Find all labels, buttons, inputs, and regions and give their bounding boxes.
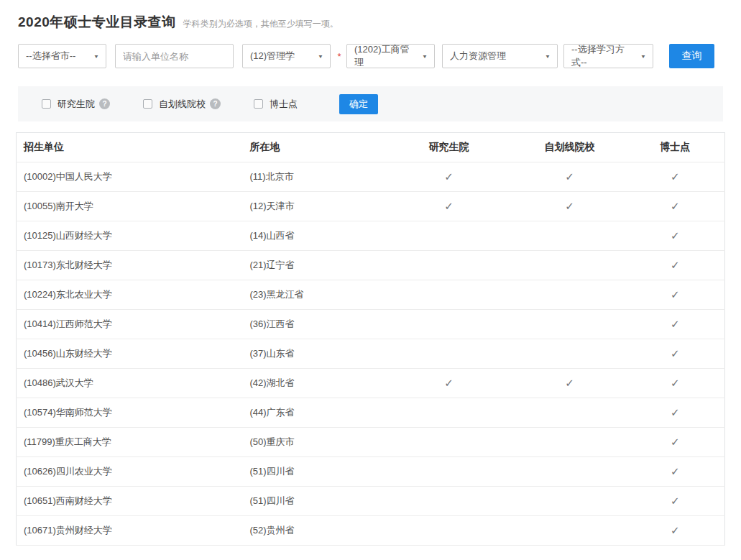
table-row: (10574)华南师范大学(44)广东省✓ [17, 398, 725, 428]
table-row: (10224)东北农业大学(23)黑龙江省✓ [17, 280, 725, 310]
doctoral-check-cell: ✓ [626, 310, 725, 339]
doctoral-checkbox[interactable] [254, 99, 263, 109]
grad-school-check-cell [385, 221, 514, 251]
chevron-down-icon: ▼ [93, 53, 99, 59]
table-row: (10173)东北财经大学(21)辽宁省✓ [17, 251, 725, 280]
help-icon[interactable]: ? [99, 98, 110, 109]
location-cell: (51)四川省 [243, 487, 385, 516]
confirm-button[interactable]: 确定 [339, 94, 378, 114]
self-line-option: 自划线院校 ? [143, 98, 221, 111]
major-select[interactable]: 人力资源管理 ▼ [442, 44, 558, 68]
page-subtitle: 学科类别为必选项，其他至少填写一项。 [183, 18, 339, 30]
check-icon: ✓ [671, 288, 680, 300]
check-icon: ✓ [671, 318, 680, 330]
unit-cell: (11799)重庆工商大学 [17, 428, 243, 457]
chevron-down-icon: ▼ [422, 53, 428, 59]
study-mode-select[interactable]: --选择学习方式-- ▼ [563, 44, 653, 68]
unit-cell: (10626)四川农业大学 [17, 457, 243, 487]
study-mode-select-value: --选择学习方式-- [571, 43, 635, 69]
location-cell: (21)辽宁省 [243, 251, 385, 280]
results-table: 招生单位 所在地 研究生院 自划线院校 博士点 (10002)中国人民大学(11… [16, 132, 725, 546]
doctoral-option: 博士点 [254, 98, 298, 111]
self-line-check-cell [514, 339, 626, 369]
unit-cell: (10002)中国人民大学 [17, 162, 243, 192]
self-line-check-cell [514, 457, 626, 487]
unit-cell: (10414)江西师范大学 [17, 310, 243, 339]
search-button[interactable]: 查询 [669, 44, 714, 68]
province-select-value: --选择省市-- [26, 50, 75, 63]
chevron-down-icon: ▼ [640, 53, 646, 59]
check-icon: ✓ [671, 524, 680, 536]
doctoral-check-cell: ✓ [626, 280, 725, 310]
location-cell: (37)山东省 [243, 339, 385, 369]
unit-cell: (10224)东北农业大学 [17, 280, 243, 310]
location-cell: (36)江西省 [243, 310, 385, 339]
grad-school-label: 研究生院 [57, 98, 95, 111]
grad-school-check-cell [385, 280, 514, 310]
unit-cell: (10671)贵州财经大学 [17, 516, 243, 546]
table-row: (10671)贵州财经大学(52)贵州省✓ [17, 516, 725, 546]
table-row: (10486)武汉大学(42)湖北省✓✓✓ [17, 369, 725, 398]
doctoral-check-cell: ✓ [626, 516, 725, 546]
results-table-body: (10002)中国人民大学(11)北京市✓✓✓(10055)南开大学(12)天津… [17, 162, 725, 546]
grad-school-check-cell [385, 339, 514, 369]
doctoral-check-cell: ✓ [626, 251, 725, 280]
doctoral-check-cell: ✓ [626, 162, 725, 192]
check-icon: ✓ [671, 259, 680, 271]
unit-cell: (10055)南开大学 [17, 192, 243, 221]
check-icon: ✓ [444, 170, 454, 183]
chevron-down-icon: ▼ [318, 53, 323, 59]
grad-school-check-cell [385, 251, 514, 280]
filter-bar: --选择省市-- ▼ (12)管理学 ▼ * (1202)工商管理 ▼ 人力资源… [18, 44, 741, 68]
category-select[interactable]: (1202)工商管理 ▼ [346, 44, 435, 68]
check-icon: ✓ [671, 465, 680, 477]
help-icon[interactable]: ? [210, 98, 221, 109]
self-line-check-cell [514, 221, 626, 251]
table-row: (10626)四川农业大学(51)四川省✓ [17, 457, 725, 487]
doctoral-label: 博士点 [270, 98, 298, 111]
self-line-check-cell: ✓ [514, 369, 626, 398]
grad-school-option: 研究生院 ? [42, 98, 110, 111]
unit-cell: (10651)西南财经大学 [17, 487, 243, 516]
header-doctoral: 博士点 [626, 133, 725, 162]
doctoral-check-cell: ✓ [626, 339, 725, 369]
self-line-check-cell [514, 516, 626, 546]
location-cell: (11)北京市 [243, 162, 385, 192]
grad-school-check-cell: ✓ [385, 162, 514, 192]
check-icon: ✓ [671, 347, 680, 359]
grad-school-check-cell: ✓ [385, 369, 514, 398]
location-cell: (23)黑龙江省 [243, 280, 385, 310]
unit-cell: (10173)东北财经大学 [17, 251, 243, 280]
unit-cell: (10125)山西财经大学 [17, 221, 243, 251]
grad-school-check-cell [385, 428, 514, 457]
table-row: (10414)江西师范大学(36)江西省✓ [17, 310, 725, 339]
location-cell: (52)贵州省 [243, 516, 385, 546]
doctoral-check-cell: ✓ [626, 221, 725, 251]
check-icon: ✓ [444, 200, 454, 212]
unit-cell: (10456)山东财经大学 [17, 339, 243, 369]
location-cell: (12)天津市 [243, 192, 385, 221]
doctoral-check-cell: ✓ [626, 398, 725, 428]
doctoral-check-cell: ✓ [626, 192, 725, 221]
table-header-row: 招生单位 所在地 研究生院 自划线院校 博士点 [17, 133, 725, 162]
unit-name-input[interactable] [115, 44, 234, 68]
unit-cell: (10574)华南师范大学 [17, 398, 243, 428]
self-line-check-cell [514, 487, 626, 516]
doctoral-check-cell: ✓ [626, 487, 725, 516]
province-select[interactable]: --选择省市-- ▼ [18, 44, 106, 68]
doctoral-check-cell: ✓ [626, 428, 725, 457]
grad-school-check-cell [385, 487, 514, 516]
table-row: (10456)山东财经大学(37)山东省✓ [17, 339, 725, 369]
grad-school-check-cell [385, 457, 514, 487]
discipline-select-value: (12)管理学 [250, 50, 295, 63]
discipline-select[interactable]: (12)管理学 ▼ [242, 44, 331, 68]
table-row: (10651)西南财经大学(51)四川省✓ [17, 487, 725, 516]
table-row: (11799)重庆工商大学(50)重庆市✓ [17, 428, 725, 457]
self-line-checkbox[interactable] [143, 99, 152, 109]
grad-school-checkbox[interactable] [42, 99, 51, 109]
page-header: 2020年硕士专业目录查询 学科类别为必选项，其他至少填写一项。 [18, 13, 741, 32]
table-row: (10055)南开大学(12)天津市✓✓✓ [17, 192, 725, 221]
self-line-label: 自划线院校 [159, 98, 206, 111]
location-cell: (51)四川省 [243, 457, 385, 487]
page-title: 2020年硕士专业目录查询 [18, 13, 176, 32]
